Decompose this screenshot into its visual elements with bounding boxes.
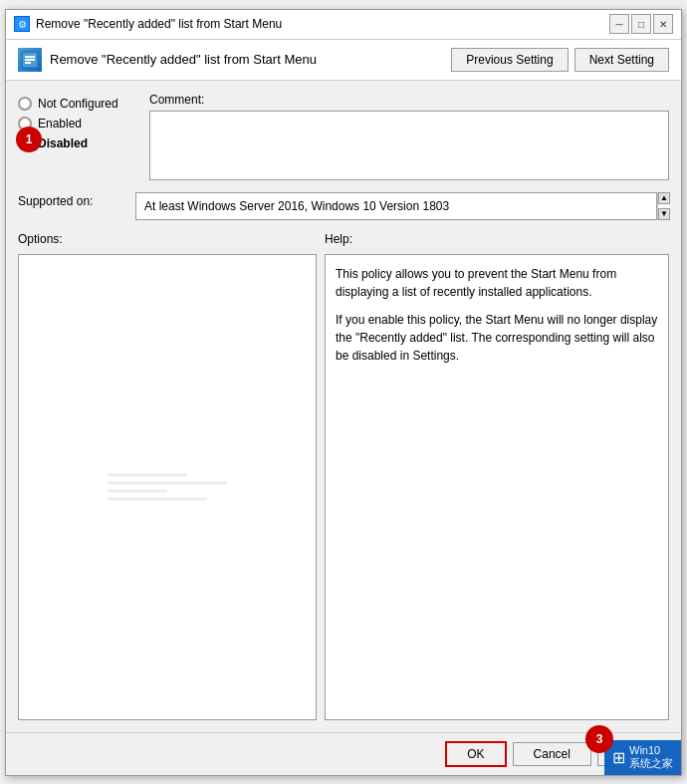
maximize-button[interactable]: □ [631,14,651,34]
svg-rect-1 [25,56,35,58]
radio-group: Not Configured Enabled Disabled 1 [18,93,137,180]
radio-not-configured[interactable]: Not Configured [18,97,137,111]
title-bar-left: ⚙ Remove "Recently added" list from Star… [14,16,282,32]
supported-label: Supported on: [18,192,127,220]
svg-rect-3 [25,62,31,64]
content-area: Not Configured Enabled Disabled 1 [6,81,681,732]
radio-label-enabled: Enabled [38,117,82,131]
window-icon: ⚙ [14,16,30,32]
help-paragraph-2: If you enable this policy, the Start Men… [336,311,658,365]
comment-label: Comment: [149,93,669,107]
cancel-button[interactable]: Cancel [513,742,591,766]
radio-label-disabled: Disabled [38,136,88,150]
comment-section: Comment: [149,93,669,180]
scroll-down-button[interactable]: ▼ [658,208,670,220]
svg-rect-2 [25,59,35,61]
header-title: Remove "Recently added" list from Start … [50,52,317,67]
comment-textarea[interactable] [149,111,669,180]
supported-value-outer: At least Windows Server 2016, Windows 10… [135,192,669,220]
options-section-label: Options: [18,232,317,246]
dec-line-1 [108,473,187,476]
ok-button[interactable]: OK [445,741,506,767]
radio-input-disabled[interactable] [18,136,32,150]
supported-value: At least Windows Server 2016, Windows 10… [135,192,657,220]
close-button[interactable]: ✕ [653,14,673,34]
header-bar: Remove "Recently added" list from Start … [6,40,681,81]
options-decoration [108,468,227,505]
title-controls: ─ □ ✕ [609,14,673,34]
minimize-button[interactable]: ─ [609,14,629,34]
policy-icon [18,48,42,72]
radio-label-not-configured: Not Configured [38,97,118,111]
dec-line-3 [108,489,167,492]
next-setting-button[interactable]: Next Setting [574,48,669,72]
help-paragraph-1: This policy allows you to prevent the St… [336,265,658,301]
dec-line-2 [108,481,227,484]
radio-enabled[interactable]: Enabled [18,117,137,131]
help-section-label: Help: [325,232,669,246]
watermark-text: Win10系统之家 [629,744,673,771]
radio-input-enabled[interactable] [18,117,32,131]
window-title: Remove "Recently added" list from Start … [36,17,282,31]
windows-logo-icon: ⊞ [612,748,625,767]
header-left: Remove "Recently added" list from Start … [18,48,317,72]
footer: 3 OK Cancel Apply ⊞ Win10系统之家 [6,732,681,775]
scroll-up-button[interactable]: ▲ [658,192,670,204]
dec-line-4 [108,497,207,500]
bottom-labels: Options: Help: [18,232,669,246]
help-panel: This policy allows you to prevent the St… [325,254,669,720]
options-panel [18,254,317,720]
supported-row: Supported on: At least Windows Server 20… [18,192,669,220]
radio-input-not-configured[interactable] [18,97,32,111]
scrollbar: ▲ ▼ [657,192,669,220]
header-buttons: Previous Setting Next Setting [451,48,669,72]
panels-row: This policy allows you to prevent the St… [18,254,669,720]
top-section: Not Configured Enabled Disabled 1 [18,93,669,180]
radio-disabled[interactable]: Disabled 1 [18,136,137,150]
watermark: ⊞ Win10系统之家 [604,740,681,775]
previous-setting-button[interactable]: Previous Setting [451,48,568,72]
main-window: ⚙ Remove "Recently added" list from Star… [5,9,682,776]
title-bar: ⚙ Remove "Recently added" list from Star… [6,10,681,40]
